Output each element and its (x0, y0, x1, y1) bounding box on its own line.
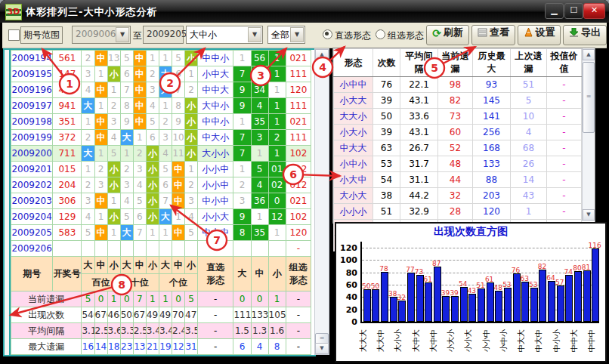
stats-row[interactable]: 小中小5331.74813326- (334, 156, 582, 172)
summary-dash: - (286, 292, 311, 307)
radio-group-pattern[interactable] (376, 29, 385, 39)
draw-row[interactable]: 20092033063中145小7中3中小中3360021 (11, 193, 311, 209)
stat-cell: 1 (511, 204, 547, 220)
stat-cell: - (547, 93, 582, 109)
gridline (362, 260, 599, 261)
draw-row[interactable]: 20091964394中17中3大72中中大9341120 (11, 82, 311, 98)
radio-group-label[interactable]: 组选形态 (388, 29, 424, 42)
scroll-down-icon[interactable]: ▼ (583, 209, 595, 221)
summary-dash: - (286, 355, 311, 357)
summary-label: 最大遗漏 (11, 339, 82, 355)
size-digit-cell: 4 (251, 98, 268, 114)
refresh-button[interactable]: ⟳刷新 (426, 25, 469, 45)
stats-column-header[interactable]: 历史最大 (473, 49, 511, 77)
range-end-field[interactable]: 2009205 (143, 26, 184, 44)
range-start-combo[interactable]: 2009006 ▼ (72, 26, 131, 44)
draw-row[interactable]: 20092055835中1大711中5中大中8351120 (11, 225, 311, 241)
export-button[interactable]: 导出 (563, 25, 607, 45)
scroll-up-icon[interactable]: ▲ (315, 49, 329, 60)
size-digit-cell (268, 241, 286, 257)
draw-row[interactable]: 2009206- (11, 241, 311, 257)
size-header: 大 (120, 257, 133, 274)
radio-direct-pattern[interactable] (323, 29, 332, 39)
scroll-down-icon[interactable]: ▼ (315, 343, 329, 354)
summary-value: 3.6 (107, 323, 120, 339)
chevron-down-icon[interactable]: ▼ (248, 27, 261, 42)
stats-column-header[interactable]: 次数 (373, 49, 400, 77)
stats-row[interactable]: 小大大3943.1821455- (334, 93, 582, 109)
minimize-button[interactable]: ▁ (545, 3, 564, 19)
draw-row[interactable]: 20091983511中39中529小中中小1351021 (11, 114, 311, 130)
summary-value: 3.4 (146, 323, 159, 339)
position-size-cell: 6 (159, 177, 172, 193)
scroll-up-icon[interactable]: ▲ (583, 49, 595, 60)
bar-小中大 (495, 291, 502, 322)
summary-dash: - (198, 355, 233, 357)
stats-column-header[interactable]: 投值价值 (547, 49, 582, 77)
chevron-down-icon[interactable]: ▼ (116, 27, 129, 42)
draw-row[interactable]: 2009197941大128中418小大中小941111 (11, 98, 311, 114)
settings-button[interactable]: 设置 (518, 25, 561, 45)
draw-row[interactable]: 200920220423小34小6中2小小中2402012 (11, 177, 311, 193)
position-size-cell: 小 (185, 130, 198, 146)
draw-row[interactable]: 200920101512小23小5中1小小中1501012 (11, 162, 311, 177)
stats-row[interactable]: 大小大3844.23220343- (334, 188, 582, 204)
bar-value-label: 116 (587, 242, 602, 249)
draw-row[interactable]: 20091945612中135中115小中中小1561021 (11, 51, 311, 66)
draw-row[interactable]: 2009200711大1512小411小大小小711102 (11, 146, 311, 162)
range-checkbox[interactable] (8, 29, 20, 41)
summary-value: 18 (107, 339, 120, 355)
draw-row[interactable]: 20091993722中4大16310小中大小732111 (11, 130, 311, 146)
stats-row[interactable]: 大大小5033.67314110- (334, 109, 582, 125)
stats-column-header[interactable]: 当前遗漏 (438, 49, 473, 77)
draw-row[interactable]: 200920412941小56小大14小小大9112102 (11, 209, 311, 225)
period-cell: 2009195 (11, 66, 53, 82)
y-tick-label: 40 (336, 292, 357, 302)
stat-cell: 32.9 (400, 204, 438, 220)
position-size-cell: 中 (94, 225, 107, 241)
stats-row[interactable]: 小中中7622.1989351- (334, 77, 582, 93)
stats-row[interactable]: 小大小3943.1602564- (334, 125, 582, 140)
group-pattern-cell: 021 (286, 114, 311, 130)
filter-select[interactable]: 全部 ▼ (267, 26, 305, 44)
range-checkbox-label[interactable]: 期号范围 (20, 26, 63, 44)
stats-row[interactable]: 小小小5132.9281201- (334, 204, 582, 220)
size-digit-cell (251, 241, 268, 257)
stats-table-scrollbar[interactable]: ▲ ≡ ▼ (582, 48, 595, 221)
stats-column-header[interactable]: 形态 (334, 49, 373, 77)
pattern-mode-select[interactable]: 大中小 ▼ (186, 26, 263, 44)
maximize-button[interactable]: ☐ (564, 3, 583, 19)
view-button[interactable]: 查看 (471, 25, 515, 45)
bar-大小中 (407, 273, 415, 322)
position-size-cell: 中 (94, 82, 107, 98)
left-table-scrollbar[interactable]: ▲ ≡ ▼ (314, 48, 329, 355)
stat-cell: 38 (373, 188, 400, 204)
size-digit-cell: 2 (268, 130, 286, 146)
summary-dash: - (286, 339, 311, 355)
pattern-cell: 小大小 (334, 125, 373, 140)
stat-cell: 4 (511, 125, 547, 140)
pattern-cell: 大大小 (334, 109, 373, 125)
app-icon: 3D (5, 4, 22, 20)
title-bar[interactable]: 3D 体彩排列三-大中小形态分析 ▁ ☐ ✕ (0, 0, 609, 23)
stat-cell: 31.7 (400, 156, 438, 172)
draw-row[interactable]: 200919514731小6中2大61小中大741111 (11, 66, 311, 82)
position-size-cell: 1 (185, 162, 198, 177)
summary-value: 12 (172, 339, 185, 355)
position-size-cell: 1 (146, 51, 159, 66)
stats-column-header[interactable]: 上次遗漏 (511, 49, 547, 77)
close-button[interactable]: ✕ (583, 3, 605, 19)
stats-row[interactable]: 中大大6326.75216868- (334, 140, 582, 156)
stat-cell: 43 (511, 188, 547, 204)
stats-column-header[interactable]: 平均间隔 (400, 49, 438, 77)
radio-direct-label[interactable]: 直选形态 (335, 29, 371, 42)
chevron-down-icon[interactable]: ▼ (290, 27, 304, 42)
scrollbar-thumb[interactable]: ≡ (583, 62, 595, 133)
position-size-cell: 中 (94, 51, 107, 66)
stats-row[interactable]: 小大中5431.1448814- (334, 172, 582, 188)
size-digit-cell: 1 (251, 146, 268, 162)
bar-小小小 (478, 288, 485, 322)
position-size-cell: 中 (172, 177, 185, 193)
summary-value: 7 (146, 355, 159, 357)
position-size-cell: 小 (107, 162, 120, 177)
